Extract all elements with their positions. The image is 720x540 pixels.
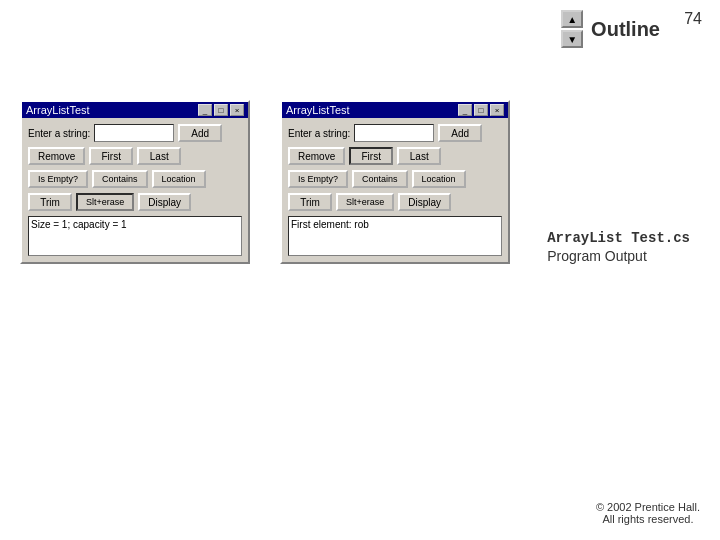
program-output-label: Program Output	[547, 248, 690, 264]
win-left-row3: Is Empty? Contains Location	[28, 170, 242, 188]
win-right-minimize[interactable]: _	[458, 104, 472, 116]
footer-line1: © 2002 Prentice Hall.	[596, 501, 700, 513]
win-left-display-button[interactable]: Display	[138, 193, 191, 211]
win-right-first-button[interactable]: First	[349, 147, 393, 165]
page-number: 74	[684, 10, 702, 28]
win-right-maximize[interactable]: □	[474, 104, 488, 116]
win-right-isempty-button[interactable]: Is Empty?	[288, 170, 348, 188]
footer: © 2002 Prentice Hall. All rights reserve…	[596, 501, 700, 525]
win-right-controls: _ □ ×	[458, 104, 504, 116]
win-right-last-button[interactable]: Last	[397, 147, 441, 165]
win-right-add-button[interactable]: Add	[438, 124, 482, 142]
win-right-body: Enter a string: Add Remove First Last Is…	[282, 118, 508, 262]
win-left-enter-label: Enter a string:	[28, 128, 90, 139]
win-left-status: Size = 1; capacity = 1	[28, 216, 242, 256]
win-right-display-button[interactable]: Display	[398, 193, 451, 211]
win-left-contains-button[interactable]: Contains	[92, 170, 148, 188]
win-left-first-button[interactable]: First	[89, 147, 133, 165]
win-right-string-input[interactable]	[354, 124, 434, 142]
win-left-isempty-button[interactable]: Is Empty?	[28, 170, 88, 188]
arrow-down-button[interactable]: ▼	[561, 30, 583, 48]
window-left: ArrayListTest _ □ × Enter a string: Add …	[20, 100, 250, 264]
arrow-up-button[interactable]: ▲	[561, 10, 583, 28]
win-left-slterase-button[interactable]: Slt+erase	[76, 193, 134, 211]
win-left-row2: Remove First Last	[28, 147, 242, 165]
outline-label: Outline	[591, 18, 660, 41]
right-info-panel: ArrayList Test.cs Program Output	[547, 230, 690, 264]
win-right-titlebar: ArrayListTest _ □ ×	[282, 102, 508, 118]
window-right: ArrayListTest _ □ × Enter a string: Add …	[280, 100, 510, 264]
win-left-row1: Enter a string: Add	[28, 124, 242, 142]
win-right-remove-button[interactable]: Remove	[288, 147, 345, 165]
win-right-row2: Remove First Last	[288, 147, 502, 165]
win-right-slterase-button[interactable]: Slt+erase	[336, 193, 394, 211]
win-left-string-input[interactable]	[94, 124, 174, 142]
win-right-row4: Trim Slt+erase Display	[288, 193, 502, 211]
win-left-row4: Trim Slt+erase Display	[28, 193, 242, 211]
win-right-enter-label: Enter a string:	[288, 128, 350, 139]
win-left-titlebar: ArrayListTest _ □ ×	[22, 102, 248, 118]
win-right-trim-button[interactable]: Trim	[288, 193, 332, 211]
win-left-location-button[interactable]: Location	[152, 170, 206, 188]
win-right-location-button[interactable]: Location	[412, 170, 466, 188]
outline-nav-arrows: ▲ ▼	[561, 10, 583, 48]
win-right-close[interactable]: ×	[490, 104, 504, 116]
win-left-minimize[interactable]: _	[198, 104, 212, 116]
windows-container: ArrayListTest _ □ × Enter a string: Add …	[20, 100, 510, 264]
code-filename: ArrayList Test.cs	[547, 230, 690, 246]
win-left-close[interactable]: ×	[230, 104, 244, 116]
win-left-add-button[interactable]: Add	[178, 124, 222, 142]
win-left-last-button[interactable]: Last	[137, 147, 181, 165]
win-right-contains-button[interactable]: Contains	[352, 170, 408, 188]
win-left-remove-button[interactable]: Remove	[28, 147, 85, 165]
win-right-title: ArrayListTest	[286, 104, 350, 116]
win-right-status: First element: rob	[288, 216, 502, 256]
win-left-body: Enter a string: Add Remove First Last Is…	[22, 118, 248, 262]
arrow-up-icon: ▲	[567, 14, 577, 25]
arrow-down-icon: ▼	[567, 34, 577, 45]
win-left-controls: _ □ ×	[198, 104, 244, 116]
win-right-row1: Enter a string: Add	[288, 124, 502, 142]
win-left-trim-button[interactable]: Trim	[28, 193, 72, 211]
win-left-maximize[interactable]: □	[214, 104, 228, 116]
win-left-title: ArrayListTest	[26, 104, 90, 116]
win-right-row3: Is Empty? Contains Location	[288, 170, 502, 188]
footer-line2: All rights reserved.	[596, 513, 700, 525]
